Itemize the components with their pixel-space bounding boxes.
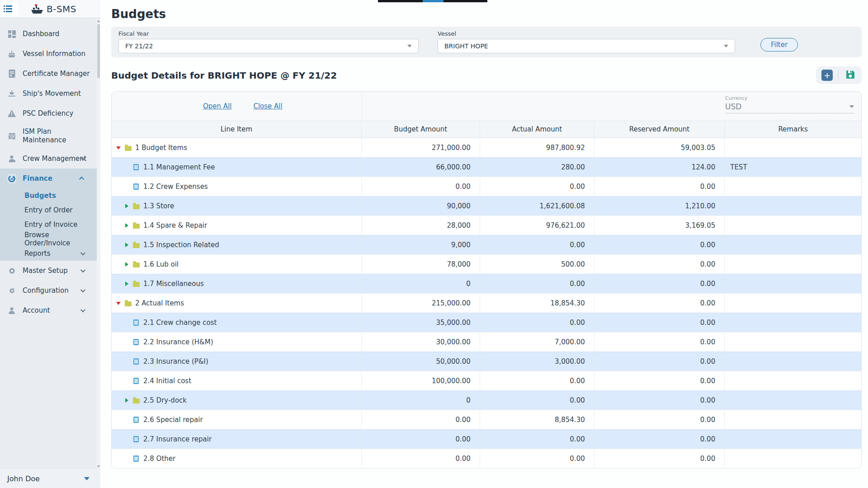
- line-item-label: 1 Budget Items: [135, 144, 187, 152]
- remarks-cell: TEST: [725, 158, 861, 177]
- reserved-amount: 1,210.00: [594, 197, 725, 216]
- sidebar-item-dashboard[interactable]: Dashboard: [0, 24, 97, 44]
- caret-icon[interactable]: [116, 146, 121, 150]
- node-icon: [133, 204, 140, 209]
- add-button[interactable]: +: [821, 70, 833, 81]
- table-row[interactable]: 1.3 Store 90,000 1,621,600.08 1,210.00: [112, 196, 861, 216]
- table-row[interactable]: 2 Actual Items 215,000.00 18,854.30 0.00: [112, 293, 861, 313]
- sidebar-item-budgets[interactable]: Budgets: [0, 188, 97, 203]
- line-item-label: 2.3 Insurance (P&I): [143, 357, 208, 366]
- open-all-link[interactable]: Open All: [203, 102, 231, 110]
- fiscal-year-select[interactable]: FY 21/22: [118, 39, 419, 53]
- table-row[interactable]: 2.8 Other 0.00 0.00 0.00: [112, 449, 861, 468]
- table-row[interactable]: 2.5 Dry-dock 0 0.00 0.00: [112, 390, 861, 410]
- table-row[interactable]: 2.6 Special repair 0.00 8,854.30 0.00: [112, 410, 861, 429]
- line-item-label: 1.5 Inspection Related: [143, 241, 219, 249]
- sidebar-item-finance[interactable]: Finance: [0, 169, 97, 188]
- line-item-label: 1.4 Spare & Repair: [143, 221, 207, 230]
- progress-segment: [423, 0, 443, 2]
- dashboard-icon: [7, 30, 16, 38]
- currency-select[interactable]: Currency USD: [725, 95, 854, 113]
- table-row[interactable]: 1.4 Spare & Repair 28,000 976,621.00 3,1…: [112, 216, 861, 235]
- caret-icon[interactable]: [116, 302, 121, 305]
- line-item-cell: 1.7 Miscellaneous: [112, 274, 362, 293]
- remarks-cell: [725, 294, 861, 313]
- table-row[interactable]: 1 Budget Items 271,000.00 987,800.92 59,…: [112, 138, 861, 157]
- sidebar-item-vessel-information[interactable]: Vessel Information: [0, 44, 97, 64]
- node-icon: [125, 146, 132, 151]
- line-item-label: 1.3 Store: [143, 202, 174, 210]
- reserved-amount: 0.00: [594, 371, 725, 390]
- menu-toggle-icon[interactable]: [3, 2, 18, 16]
- table-row[interactable]: 1.6 Lub oil 78,000 500.00 0.00: [112, 254, 861, 274]
- chevron-down-icon: [80, 287, 85, 292]
- filter-button[interactable]: Filter: [760, 38, 798, 52]
- sidebar-item-configuration[interactable]: Configuration: [0, 281, 97, 300]
- vessel-select[interactable]: BRIGHT HOPE: [438, 39, 735, 53]
- table-row[interactable]: 2.1 Crew change cost 35,000.00 0.00 0.00: [112, 313, 861, 332]
- sidebar-item-certificate-manager[interactable]: Certificate Manager: [0, 64, 97, 84]
- node-icon: [133, 417, 139, 423]
- table-row[interactable]: 1.2 Crew Expenses 0.00 0.00 0.00: [112, 177, 861, 196]
- save-button[interactable]: [844, 69, 856, 81]
- sidebar-item-entry-of-order[interactable]: Entry of Order: [0, 203, 97, 217]
- sidebar-item-entry-of-invoice[interactable]: Entry of Invoice: [0, 217, 97, 232]
- line-item-cell: 1.6 Lub oil: [112, 255, 362, 274]
- budget-amount: 100,000.00: [362, 371, 480, 390]
- table-header-row: Line Item Budget Amount Actual Amount Re…: [112, 121, 861, 138]
- column-header-actual-amount: Actual Amount: [480, 121, 594, 137]
- caret-icon[interactable]: [125, 204, 128, 208]
- sidebar-item-account[interactable]: Account: [0, 300, 97, 320]
- line-item-cell: 2.4 Initial cost: [112, 371, 362, 390]
- budget-amount: 78,000: [362, 255, 480, 274]
- table-row[interactable]: 2.2 Insurance (H&M) 30,000.00 7,000.00 0…: [112, 332, 861, 352]
- line-item-label: 2 Actual Items: [135, 299, 184, 307]
- caret-icon[interactable]: [125, 398, 128, 403]
- fiscal-year-label: Fiscal Year: [118, 30, 419, 37]
- sidebar-item-reports[interactable]: Reports: [0, 246, 97, 261]
- caret-icon[interactable]: [125, 243, 128, 247]
- scroll-up-icon[interactable]: [97, 20, 100, 22]
- line-item-cell: 2.3 Insurance (P&I): [112, 352, 362, 371]
- sidebar-item-master-setup[interactable]: Master Setup: [0, 261, 97, 281]
- table-row[interactable]: 1.5 Inspection Related 9,000 0.00 0.00: [112, 235, 861, 254]
- sidebar: B-SMS Dashboard Vessel Information C: [0, 0, 100, 488]
- budget-amount: 9,000: [362, 235, 480, 254]
- sidebar-item-ism-plan-maintenance[interactable]: ISM Plan Maintenance: [0, 123, 97, 149]
- table-row[interactable]: 1.1 Management Fee 66,000.00 280.00 124.…: [112, 157, 861, 177]
- actual-amount: 0.00: [480, 371, 594, 390]
- fiscal-year-field: Fiscal Year FY 21/22: [118, 30, 419, 53]
- chevron-up-icon: [79, 177, 84, 182]
- ship-icon: [7, 50, 16, 58]
- budget-amount: 50,000.00: [362, 352, 480, 371]
- sidebar-item-browse-order-invoice[interactable]: Browse Order/Invoice: [0, 232, 97, 246]
- user-menu[interactable]: John Doe: [0, 469, 100, 488]
- table-row[interactable]: 2.7 Insurance repair 0.00 0.00 0.00: [112, 429, 861, 449]
- reserved-amount: 3,169.05: [594, 216, 725, 235]
- budget-amount: 0: [362, 274, 480, 293]
- sidebar-item-crew-management[interactable]: Crew Management: [0, 149, 97, 169]
- sidebar-scrollbar[interactable]: [97, 19, 100, 469]
- caret-icon[interactable]: [125, 262, 128, 267]
- scrollbar-thumb[interactable]: [97, 24, 100, 78]
- sidebar-item-ships-movement[interactable]: Ship's Movement: [0, 84, 97, 103]
- scroll-down-icon[interactable]: [97, 465, 100, 468]
- table-row[interactable]: 2.3 Insurance (P&I) 50,000.00 3,000.00 0…: [112, 352, 861, 371]
- actual-amount: 3,000.00: [480, 352, 594, 371]
- table-row[interactable]: 2.4 Initial cost 100,000.00 0.00 0.00: [112, 371, 861, 390]
- node-icon: [125, 301, 132, 306]
- table-body: 1 Budget Items 271,000.00 987,800.92 59,…: [112, 138, 861, 468]
- sidebar-item-psc-deficiency[interactable]: PSC Deficiency: [0, 103, 97, 123]
- node-icon: [133, 339, 139, 345]
- close-all-link[interactable]: Close All: [253, 102, 282, 110]
- remarks-cell: [725, 371, 861, 390]
- finance-section: Finance Budgets Entry of Order Entry of …: [0, 169, 97, 261]
- caret-icon[interactable]: [125, 223, 128, 228]
- line-item-cell: 1 Budget Items: [112, 138, 362, 157]
- line-item-label: 1.1 Management Fee: [143, 163, 215, 171]
- actual-amount: 0.00: [480, 313, 594, 332]
- caret-icon[interactable]: [125, 282, 128, 286]
- table-row[interactable]: 1.7 Miscellaneous 0 0.00 0.00: [112, 274, 861, 293]
- fiscal-year-value: FY 21/22: [125, 42, 153, 50]
- column-header-line-item: Line Item: [112, 121, 362, 137]
